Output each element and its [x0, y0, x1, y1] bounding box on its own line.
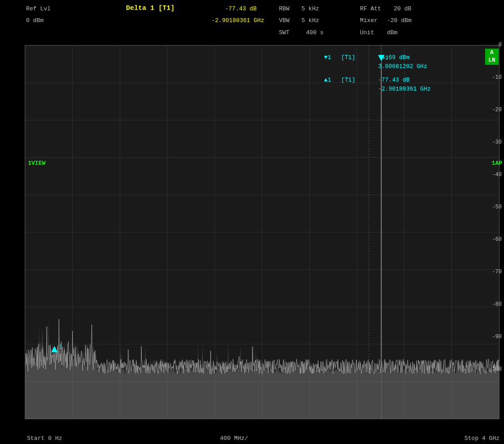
- yaxis-10: -10: [492, 74, 502, 81]
- rbw-label: RBW: [279, 5, 289, 12]
- trace-mode-badge: A LN: [485, 49, 499, 65]
- yaxis-20: -20: [492, 107, 502, 113]
- marker1-down-freq: 3.00601202 GHz: [378, 63, 427, 70]
- yaxis-70: -70: [492, 269, 502, 275]
- marker1-down-symbol: ▼1: [324, 54, 331, 61]
- vbw-label: VBW: [279, 17, 289, 24]
- ref-lvl-label: Ref Lvl: [26, 5, 51, 12]
- delta-freq: -2.90180361 GHz: [212, 17, 264, 24]
- swt-value: 400 s: [306, 29, 324, 36]
- unit-label: Unit: [360, 29, 374, 36]
- delta-label: Delta 1 [T1]: [126, 5, 175, 12]
- marker1-up-value: -77.43 dB: [378, 77, 410, 83]
- yaxis-60: -60: [492, 236, 502, 243]
- yaxis-50: -50: [492, 204, 502, 210]
- xaxis-stop: Stop 4 GHz: [464, 435, 500, 442]
- yaxis-90: -90: [492, 334, 502, 340]
- marker1-up-freq: -2.90180361 GHz: [378, 86, 431, 92]
- main-display: S Ref Lvl 0 dBm Delta 1 [T1] -77.43 dB -…: [0, 0, 504, 444]
- xaxis-start: Start 0 Hz: [27, 435, 62, 442]
- rbw-value: 5 kHz: [302, 5, 319, 12]
- marker1-down-tag: [T1]: [341, 54, 355, 61]
- y-axis: [0, 45, 25, 419]
- mixer-value: -20 dBm: [387, 17, 412, 24]
- vbw-value: 5 kHz: [302, 17, 319, 24]
- swt-label: SWT: [279, 29, 289, 36]
- marker1-up-symbol: ▲1: [324, 77, 331, 83]
- chart-area: [25, 45, 500, 419]
- badge-line2: LN: [486, 57, 498, 64]
- marker1-up-tag: [T1]: [341, 77, 355, 83]
- rfatt-value: 20 dB: [394, 5, 411, 12]
- rfatt-label: RF Att: [360, 5, 381, 12]
- right-side-label: 1AP: [492, 160, 502, 167]
- marker1-down-value: -4.69 dBm: [378, 54, 410, 61]
- delta-value: -77.43 dB: [225, 5, 256, 12]
- spectrum-chart: [25, 45, 499, 419]
- header: Ref Lvl 0 dBm Delta 1 [T1] -77.43 dB -2.…: [0, 0, 504, 45]
- yaxis-0: 0: [499, 42, 502, 48]
- yaxis-80: -80: [492, 301, 502, 308]
- yaxis-40: -40: [492, 172, 502, 178]
- yaxis-100: -100: [489, 366, 502, 372]
- unit-value: dBm: [387, 29, 397, 36]
- ref-lvl-value: 0 dBm: [26, 17, 44, 24]
- badge-line1: A: [486, 49, 498, 57]
- left-side-label: 1VIEW: [28, 160, 45, 167]
- xaxis-mid: 400 MHz/: [220, 435, 248, 442]
- mixer-label: Mixer: [360, 17, 378, 24]
- yaxis-30: -30: [492, 139, 502, 145]
